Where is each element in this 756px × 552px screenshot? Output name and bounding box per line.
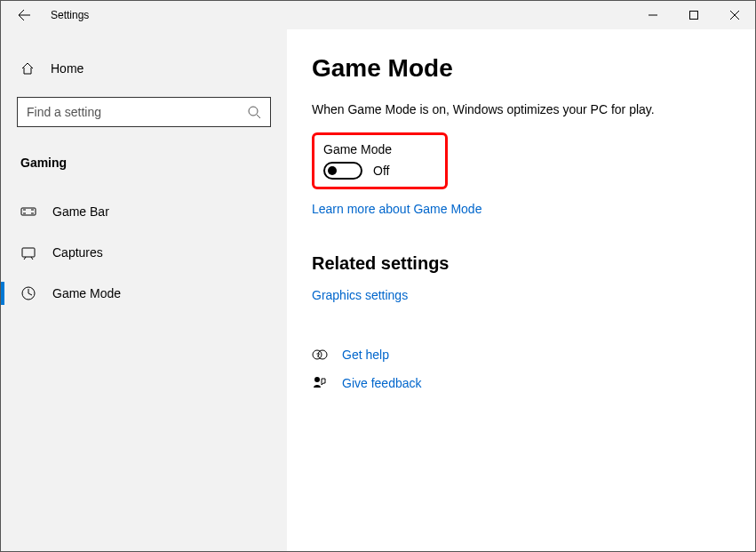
home-icon bbox=[20, 61, 35, 76]
graphics-settings-link[interactable]: Graphics settings bbox=[312, 288, 408, 302]
toggle-knob bbox=[328, 166, 337, 175]
search-input[interactable] bbox=[27, 105, 247, 119]
back-button[interactable] bbox=[8, 1, 40, 29]
back-arrow-icon bbox=[17, 8, 31, 22]
svg-rect-0 bbox=[690, 12, 698, 20]
svg-point-1 bbox=[249, 107, 258, 116]
home-label: Home bbox=[51, 61, 84, 76]
feedback-icon bbox=[312, 375, 328, 391]
titlebar: Settings bbox=[1, 1, 755, 29]
close-icon bbox=[730, 11, 739, 20]
sidebar: Home Gaming Game Bar bbox=[1, 29, 287, 551]
sidebar-item-label: Game Bar bbox=[52, 204, 109, 219]
category-header: Gaming bbox=[1, 148, 287, 184]
toggle-state-label: Off bbox=[373, 164, 389, 178]
learn-more-link[interactable]: Learn more about Game Mode bbox=[312, 202, 481, 216]
sidebar-item-captures[interactable]: Captures bbox=[1, 232, 287, 273]
minimize-icon bbox=[649, 11, 657, 20]
svg-rect-3 bbox=[22, 248, 35, 257]
nav-list: Game Bar Captures Game Mode bbox=[1, 191, 287, 314]
sidebar-item-game-bar[interactable]: Game Bar bbox=[1, 191, 287, 232]
window-title: Settings bbox=[51, 9, 89, 21]
related-settings-title: Related settings bbox=[312, 253, 727, 274]
minimize-button[interactable] bbox=[633, 1, 673, 29]
page-description: When Game Mode is on, Windows optimizes … bbox=[312, 102, 727, 116]
svg-point-8 bbox=[314, 377, 320, 382]
get-help-link[interactable]: Get help bbox=[342, 348, 389, 362]
maximize-icon bbox=[689, 11, 698, 20]
svg-text:?: ? bbox=[316, 352, 320, 358]
game-mode-toggle[interactable] bbox=[323, 162, 362, 180]
settings-window: Settings bbox=[0, 0, 756, 552]
sidebar-item-label: Game Mode bbox=[52, 286, 121, 300]
game-mode-icon bbox=[20, 285, 36, 301]
close-button[interactable] bbox=[714, 1, 755, 29]
help-icon: ? bbox=[312, 347, 328, 363]
sidebar-item-game-mode[interactable]: Game Mode bbox=[1, 273, 287, 314]
home-button[interactable]: Home bbox=[1, 54, 287, 83]
search-box[interactable] bbox=[17, 97, 271, 127]
game-bar-icon bbox=[20, 204, 36, 220]
toggle-label: Game Mode bbox=[323, 142, 392, 156]
maximize-button[interactable] bbox=[673, 1, 714, 29]
page-title: Game Mode bbox=[312, 54, 727, 83]
search-icon bbox=[247, 105, 261, 119]
svg-rect-2 bbox=[21, 208, 36, 215]
give-feedback-link[interactable]: Give feedback bbox=[342, 376, 422, 390]
content: Game Mode When Game Mode is on, Windows … bbox=[287, 29, 755, 551]
sidebar-item-label: Captures bbox=[52, 245, 103, 260]
captures-icon bbox=[20, 244, 36, 260]
highlight-annotation: Game Mode Off bbox=[312, 132, 448, 189]
